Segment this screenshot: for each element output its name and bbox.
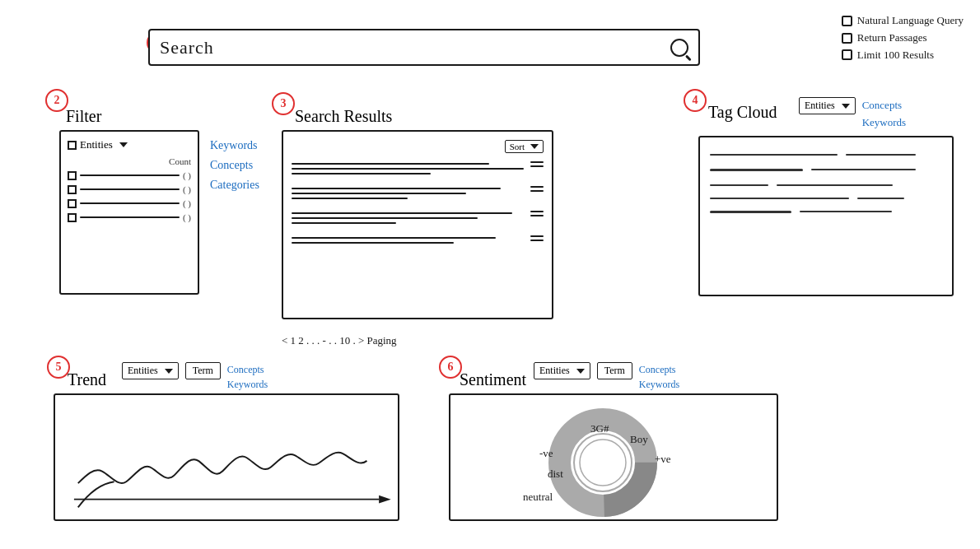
trend-links: Concepts Keywords	[227, 362, 268, 392]
limit-option[interactable]: Limit 100 Results	[842, 47, 964, 64]
tagcloud-dropdown-label: Entities	[805, 100, 835, 112]
pagination[interactable]: < 1 2 . . . - . . 10 . > Paging	[282, 334, 397, 347]
section5-label: 5	[47, 356, 70, 379]
filter-row1-count: ( )	[183, 170, 191, 180]
filter-entities-checkbox[interactable]	[68, 141, 77, 150]
filter-box: Entities Count ( ) ( ) ( ) ( )	[59, 130, 199, 295]
result-lines-4	[292, 234, 524, 247]
nlq-checkbox[interactable]	[842, 16, 852, 26]
tagcloud-dropdown[interactable]: Entities	[799, 97, 856, 114]
filter-row4-count: ( )	[183, 212, 191, 222]
sentiment-label-dist: dist	[548, 468, 563, 480]
result-icon-3	[530, 209, 544, 216]
result-item-3[interactable]	[292, 209, 544, 227]
top-right-options: Natural Language Query Return Passages L…	[842, 12, 964, 63]
result-lines-1	[292, 160, 524, 178]
sentiment-term-button[interactable]: Term	[597, 362, 632, 379]
tagcloud-link-concepts[interactable]: Concepts	[862, 97, 906, 114]
tc-row-4	[710, 198, 942, 199]
result-icon-4	[530, 234, 544, 241]
filter-row3-count: ( )	[183, 198, 191, 208]
filter-row3-checkbox[interactable]	[68, 199, 77, 208]
trend-dropdown[interactable]: Entities	[122, 362, 179, 379]
filter-title: Filter	[66, 107, 101, 126]
trend-chart-box	[54, 393, 399, 521]
search-section: Search	[148, 29, 700, 66]
section4-label: 4	[684, 89, 707, 112]
filter-row-4: ( )	[68, 212, 191, 222]
tagcloud-title: Tag Cloud	[708, 103, 777, 122]
nlq-option[interactable]: Natural Language Query	[842, 12, 964, 30]
filter-links: Keywords Concepts Categories	[210, 136, 259, 194]
results-title: Search Results	[295, 107, 392, 126]
trend-link-concepts[interactable]: Concepts	[227, 362, 268, 377]
trend-link-keywords[interactable]: Keywords	[227, 377, 268, 392]
search-input[interactable]: Search	[160, 37, 670, 58]
sentiment-chart-svg: -ve 3G# Boy +ve dist neutral	[450, 395, 780, 523]
filter-header[interactable]: Entities	[68, 138, 191, 151]
sentiment-label-boy: Boy	[630, 433, 648, 445]
nlq-label: Natural Language Query	[857, 12, 964, 30]
section6-label: 6	[439, 356, 462, 379]
filter-link-keywords[interactable]: Keywords	[210, 136, 259, 156]
search-icon[interactable]	[670, 39, 688, 57]
filter-dropdown-arrow[interactable]	[119, 142, 128, 147]
result-item-4[interactable]	[292, 234, 544, 247]
tagcloud-controls: Entities Concepts Keywords	[799, 97, 906, 132]
filter-row1-checkbox[interactable]	[68, 171, 77, 180]
section3-label: 3	[272, 92, 295, 115]
result-item-1[interactable]	[292, 160, 544, 178]
sentiment-links: Concepts Keywords	[639, 362, 679, 392]
filter-row-2: ( )	[68, 184, 191, 194]
filter-link-concepts[interactable]: Concepts	[210, 156, 259, 175]
tagcloud-link-keywords[interactable]: Keywords	[862, 114, 906, 132]
result-item-2[interactable]	[292, 184, 544, 202]
trend-dropdown-label: Entities	[128, 365, 158, 377]
sentiment-arrow[interactable]	[576, 369, 585, 374]
filter-entities-label: Entities	[80, 138, 113, 151]
trend-term-button[interactable]: Term	[185, 362, 221, 379]
limit-label: Limit 100 Results	[857, 47, 934, 64]
tagcloud-arrow[interactable]	[842, 104, 850, 109]
filter-link-categories[interactable]: Categories	[210, 175, 259, 195]
sentiment-dropdown-label: Entities	[539, 365, 570, 377]
sentiment-dropdown[interactable]: Entities	[534, 362, 590, 379]
result-icon-2	[530, 184, 544, 192]
sentiment-controls: Entities Term Concepts Keywords	[534, 362, 679, 392]
filter-row2-checkbox[interactable]	[68, 185, 77, 194]
sort-label: Sort	[510, 142, 525, 151]
tagcloud-box	[698, 136, 954, 296]
tc-row-1	[710, 154, 942, 156]
sentiment-label-negative: -ve	[539, 447, 553, 459]
passages-option[interactable]: Return Passages	[842, 30, 964, 47]
result-lines-3	[292, 209, 524, 227]
trend-title: Trend	[68, 370, 106, 389]
svg-point-4	[572, 431, 634, 494]
sentiment-title: Sentiment	[460, 370, 526, 389]
tagcloud-links: Concepts Keywords	[862, 97, 906, 132]
sentiment-chart-box: -ve 3G# Boy +ve dist neutral	[449, 393, 778, 521]
sort-dropdown[interactable]: Sort	[505, 140, 544, 153]
limit-checkbox[interactable]	[842, 49, 852, 60]
section2-label: 2	[45, 89, 68, 112]
filter-count-header: Count	[68, 156, 191, 166]
results-sort-row: Sort	[292, 140, 544, 153]
search-bar[interactable]: Search	[148, 29, 700, 66]
passages-checkbox[interactable]	[842, 33, 852, 44]
filter-row-3: ( )	[68, 198, 191, 208]
sentiment-link-keywords[interactable]: Keywords	[639, 377, 679, 392]
filter-row2-count: ( )	[183, 184, 191, 194]
filter-row-1: ( )	[68, 170, 191, 180]
result-icon-1	[530, 160, 544, 167]
tc-row-5	[710, 211, 942, 213]
trend-chart-svg	[55, 395, 398, 519]
sentiment-label-neutral: neutral	[523, 491, 553, 503]
trend-controls: Entities Term Concepts Keywords	[122, 362, 268, 392]
filter-row4-checkbox[interactable]	[68, 213, 77, 222]
trend-arrow[interactable]	[165, 369, 173, 374]
sort-arrow[interactable]	[530, 144, 539, 149]
tc-row-2	[710, 169, 942, 171]
sentiment-label-positive: +ve	[655, 453, 671, 465]
sentiment-link-concepts[interactable]: Concepts	[639, 362, 679, 377]
tc-row-3	[710, 184, 942, 186]
